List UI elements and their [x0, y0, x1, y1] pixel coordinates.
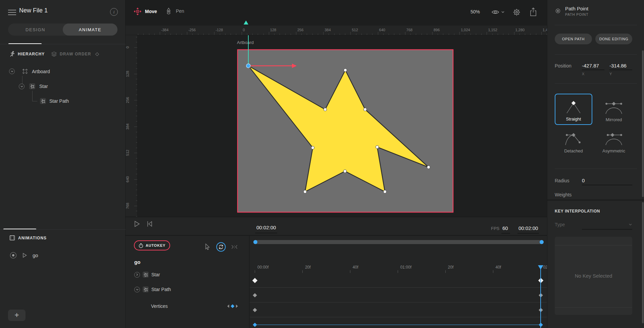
- collapse-chevron-icon[interactable]: [134, 287, 140, 292]
- vertical-ruler: 0128256384512640768: [126, 35, 138, 217]
- timeline-zoom-scrollbar[interactable]: [253, 240, 544, 244]
- chevron-down-icon: [501, 11, 504, 13]
- origin-axis-arrow: [244, 20, 248, 25]
- add-animation-button[interactable]: +: [8, 310, 26, 321]
- key-panel-scrollbar[interactable]: [642, 202, 644, 323]
- share-button[interactable]: [530, 7, 537, 16]
- ruler-major-tick: [214, 32, 214, 35]
- position-label: Position: [555, 63, 572, 68]
- done-editing-button[interactable]: DONE EDITING: [595, 34, 632, 44]
- frame-ruler[interactable]: 00:00f20f40f01:00f20f40f02:00f: [250, 264, 547, 273]
- playhead-handle[interactable]: [538, 265, 543, 270]
- cursor-tool-icon[interactable]: [205, 243, 210, 250]
- record-icon[interactable]: [10, 252, 17, 259]
- frame-label: 02:00f: [543, 265, 547, 270]
- detached-vertex-icon: [564, 132, 583, 146]
- prev-key-icon[interactable]: [227, 304, 229, 308]
- keyframe[interactable]: [253, 293, 257, 297]
- animation-item-go[interactable]: go: [10, 252, 38, 259]
- track-row-star-path[interactable]: [250, 302, 547, 317]
- frame-label: 20f: [448, 265, 454, 270]
- ruler-major-tick: [487, 32, 487, 35]
- zoom-level[interactable]: 50%: [470, 9, 480, 14]
- point-type-label: Mirrored: [606, 117, 622, 122]
- track-row-vertices[interactable]: [250, 317, 547, 328]
- expand-chevron-icon[interactable]: [19, 84, 24, 89]
- hierarchy-tab[interactable]: HIERARCHY: [9, 51, 45, 57]
- duration-input[interactable]: 00:02:00: [518, 225, 538, 231]
- ruler-major-tick: [187, 32, 187, 35]
- ruler-major-tick: [432, 32, 433, 35]
- current-time-underline: [255, 233, 277, 233]
- type-dropdown-chevron-icon[interactable]: [629, 224, 632, 226]
- ruler-label: 384: [325, 28, 331, 32]
- timeline-animation-name[interactable]: go: [134, 259, 140, 265]
- point-type-straight[interactable]: Straight: [555, 94, 592, 125]
- inspector-panel: Path Point PATH POINT OPEN PATH DONE EDI…: [547, 0, 644, 328]
- autokey-button[interactable]: AUTOKEY: [134, 240, 170, 250]
- fps-input[interactable]: 60: [502, 225, 508, 231]
- tree-row-star[interactable]: Star: [19, 83, 48, 89]
- frame-tick: [350, 270, 350, 273]
- type-underline: [582, 229, 632, 230]
- position-x-input[interactable]: -427.87: [582, 63, 599, 68]
- tree-row-artboard[interactable]: Artboard: [9, 68, 50, 74]
- visibility-menu[interactable]: [491, 9, 504, 15]
- track-row-star[interactable]: [250, 288, 547, 302]
- ruler-major-tick: [134, 100, 138, 100]
- play-icon[interactable]: [22, 253, 27, 258]
- move-tool[interactable]: Move: [134, 7, 157, 15]
- tab-animate[interactable]: ANIMATE: [63, 24, 117, 36]
- scrollbar-left-handle[interactable]: [253, 240, 257, 244]
- star-icon: [143, 272, 149, 278]
- add-key-icon[interactable]: [231, 304, 234, 308]
- inspector-scrollbar[interactable]: [642, 50, 644, 197]
- timeline-tracks[interactable]: 00:00f20f40f01:00f20f40f02:00f: [249, 235, 547, 328]
- tab-design[interactable]: DESIGN: [8, 24, 63, 36]
- next-key-icon[interactable]: [236, 304, 238, 308]
- point-type-mirrored[interactable]: Mirrored: [595, 94, 633, 125]
- keyframe[interactable]: [252, 278, 258, 283]
- play-button[interactable]: [134, 221, 140, 227]
- workspace-fit-icon[interactable]: [231, 245, 238, 249]
- selected-vertex[interactable]: [246, 64, 250, 68]
- divider: [0, 229, 126, 230]
- skip-to-start-button[interactable]: [147, 221, 152, 227]
- weights-label[interactable]: Weights: [555, 192, 572, 197]
- scrollbar-right-handle[interactable]: [540, 240, 544, 244]
- layers-icon: [51, 51, 57, 57]
- timeline-row-vertices-label[interactable]: Vertices: [151, 303, 168, 309]
- point-type-detached[interactable]: Detached: [555, 125, 592, 156]
- menu-button[interactable]: [8, 8, 16, 17]
- draw-order-tab[interactable]: DRAW ORDER: [51, 51, 99, 57]
- animations-header[interactable]: ANIMATIONS: [9, 235, 47, 241]
- expand-chevron-icon[interactable]: [134, 272, 140, 278]
- timeline-row-star-controls[interactable]: Star: [134, 272, 160, 278]
- track-row-go[interactable]: [250, 273, 547, 288]
- timeline-row-star-path-controls[interactable]: Star Path: [134, 286, 171, 292]
- pen-tool[interactable]: Pen: [165, 7, 184, 15]
- tree-row-star-path[interactable]: Star Path: [40, 98, 69, 104]
- loop-mode-button[interactable]: [216, 242, 226, 252]
- playhead-line[interactable]: [540, 268, 541, 328]
- point-type-label: Detached: [564, 148, 583, 153]
- info-button[interactable]: i: [110, 8, 118, 16]
- ruler-label: 256: [297, 28, 303, 32]
- frame-tick: [493, 270, 493, 273]
- open-path-button[interactable]: OPEN PATH: [555, 34, 592, 44]
- point-type-asymmetric[interactable]: Asymmetric: [595, 125, 633, 156]
- timeline-row-label: Star: [151, 272, 160, 277]
- keyframe[interactable]: [253, 308, 257, 312]
- point-type-label: Asymmetric: [602, 148, 625, 153]
- radius-input[interactable]: 0: [582, 178, 585, 183]
- keyframe[interactable]: [253, 323, 257, 327]
- settings-button[interactable]: [512, 8, 521, 17]
- expand-chevron-icon[interactable]: [9, 68, 15, 74]
- ruler-label: 1,408: [543, 28, 547, 32]
- frame-label: 00:00f: [257, 265, 268, 270]
- pen-tool-label: Pen: [176, 8, 184, 14]
- position-y-input[interactable]: -314.86: [609, 63, 627, 68]
- star-icon: [29, 83, 35, 89]
- current-time-input[interactable]: 00:02:00: [256, 225, 276, 230]
- canvas[interactable]: Artboard: [138, 35, 547, 217]
